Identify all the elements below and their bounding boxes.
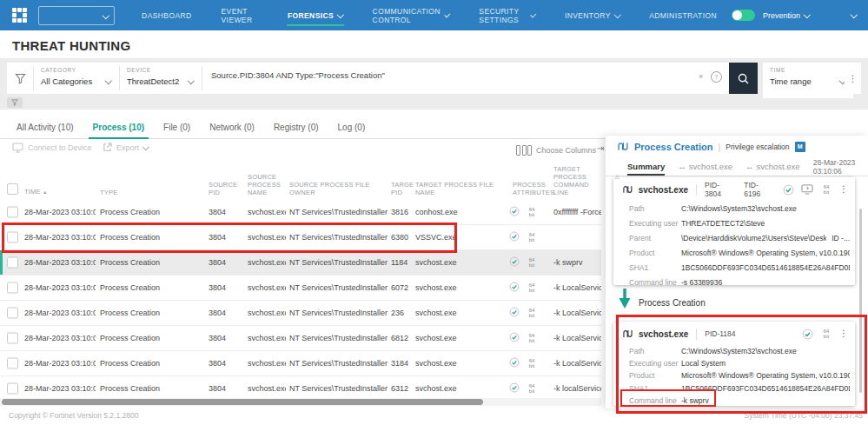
event-detail-panel: Process Creation | Privilege escalation … (606, 136, 868, 408)
query-help-icon[interactable]: ? (711, 71, 722, 83)
search-button[interactable] (729, 63, 758, 94)
table-row[interactable]: 28-Mar-2023 03:10:07Process Creation3804… (0, 301, 601, 326)
row-checkbox[interactable] (7, 232, 18, 243)
cell-source-process-file-owner: NT Services\TrustedInstaller (289, 283, 388, 292)
row-checkbox[interactable] (7, 282, 18, 294)
choose-columns-button[interactable]: Choose Columns (516, 145, 596, 156)
tab-network-0[interactable]: Network (0) (200, 116, 264, 138)
connect-to-device-button[interactable]: Connect to Device (12, 143, 92, 153)
nav-item-inventory[interactable]: INVENTORY (550, 0, 634, 30)
nav-item-label: INVENTORY (565, 11, 611, 20)
row-checkbox[interactable] (7, 383, 18, 395)
tab-log-0[interactable]: Log (0) (328, 116, 375, 138)
collapse-panel-icon[interactable]: ⇥ (597, 143, 604, 153)
tab-file-0[interactable]: File (0) (154, 116, 200, 138)
tab-registry-0[interactable]: Registry (0) (264, 116, 328, 138)
column-header-source-pid[interactable]: SOURCE PID (209, 181, 242, 196)
row-checkbox[interactable] (7, 308, 18, 319)
prevention-toggle[interactable] (732, 10, 755, 21)
column-header-target-pid[interactable]: TARGE PID (391, 181, 417, 196)
nav-item-label: EVENT VIEWER (222, 7, 258, 24)
column-header-type[interactable]: TYPE (100, 189, 195, 196)
panel-scrollbar-thumb[interactable] (859, 209, 862, 393)
row-checkbox[interactable] (7, 358, 18, 369)
nav-item-administration[interactable]: ADMINISTRATION (634, 0, 732, 30)
field-value: -k swprv (681, 396, 850, 405)
field-label: Path (629, 204, 681, 213)
mode-label[interactable]: Prevention (763, 11, 800, 20)
saved-filter-button[interactable] (7, 97, 23, 108)
clear-query-icon[interactable]: × (699, 63, 711, 94)
cell-source-process-name: svchost.exe (248, 334, 286, 342)
table-row[interactable]: 28-Mar-2023 03:10:05Process Creation3804… (0, 225, 601, 250)
export-button[interactable]: Export (103, 143, 149, 152)
nav-item-dashboard[interactable]: DASHBOARD (127, 0, 206, 30)
org-selector-dropdown[interactable] (38, 6, 115, 25)
detail-field-row: PathC:\Windows\System32\svchost.exe (629, 201, 850, 216)
panel-title: Process Creation (634, 142, 712, 152)
column-header-process-attributes[interactable]: PROCESS ATTRIBUTES (513, 181, 553, 196)
panel-tab-svchost-exe[interactable]: ↔svchost.exe (678, 157, 732, 176)
search-query-input[interactable]: Source.PID:3804 AND Type:"Process Creati… (202, 63, 699, 94)
filter-more-button[interactable]: ⋮ (845, 63, 861, 94)
arch-64bit-badge: 64bit (526, 333, 538, 343)
field-value: 1BC5066DDF693FC034D6514618854E26A84FD0D1 (681, 384, 850, 393)
cell-time: 28-Mar-2023 03:10:03 (24, 208, 96, 216)
cell-target-process-file-name: svchost.exe (415, 334, 509, 342)
column-header-target-process-file-name[interactable]: TARGET PROCESS FILE NAME (415, 181, 511, 196)
collapse-card-icon[interactable]: △ (615, 173, 620, 179)
field-label: Parent (629, 234, 681, 242)
collapse-card-icon[interactable]: △ (615, 317, 620, 323)
table-row[interactable]: 28-Mar-2023 03:10:07Process Creation3804… (0, 351, 601, 376)
horizontal-scrollbar-thumb[interactable] (2, 399, 483, 405)
table-row[interactable]: 28-Mar-2023 03:10:07Process Creation3804… (0, 276, 601, 301)
signed-certificate-icon (509, 256, 520, 269)
signed-certificate-icon (509, 231, 520, 243)
chevron-down-icon[interactable] (804, 11, 811, 18)
divider: | (718, 142, 720, 152)
arch-64bit-badge: 64bit (526, 282, 538, 293)
detail-field-row: SHA11BC5066DDF693FC034D6514618854E26A84F… (629, 382, 850, 395)
target-card-header: svchost.exe PID-1184 64bit ⋮ (622, 326, 848, 342)
export-label: Export (116, 143, 139, 152)
detail-field-row: Executing userLocal System (629, 357, 850, 369)
table-row[interactable]: 28-Mar-2023 03:10:07Process Creation3804… (0, 326, 601, 351)
row-checkbox[interactable] (7, 257, 18, 269)
row-checkbox[interactable] (7, 333, 18, 344)
select-all-checkbox[interactable] (7, 183, 18, 195)
choose-columns-label: Choose Columns (536, 146, 596, 155)
tab-process-10[interactable]: Process (10) (83, 116, 154, 138)
chevron-down-icon (531, 11, 536, 17)
chevron-down-icon (102, 11, 109, 18)
column-header-target-process-command-line[interactable]: TARGET PROCESS COMMAND LINE (553, 165, 602, 196)
nav-item-event-viewer[interactable]: EVENT VIEWER (207, 0, 273, 30)
table-row[interactable]: 28-Mar-2023 03:10:03Process Creation3804… (0, 200, 601, 225)
filter-funnel-icon[interactable] (7, 63, 33, 94)
panel-tab-svchost-exe[interactable]: ↔svchost.exe (745, 157, 800, 176)
user-menu-chevron-icon[interactable] (850, 11, 857, 18)
field-value: C:\Windows\System32\svchost.exe (681, 204, 850, 213)
tab-all-activity-10[interactable]: All Activity (10) (7, 116, 83, 138)
row-checkbox[interactable] (7, 207, 18, 218)
cell-source-pid: 3804 (209, 283, 242, 292)
device-selector[interactable]: DEVICE ThreatDetect2 (120, 63, 202, 94)
column-header-source-process-name[interactable]: SOURCE PROCESS NAME (248, 173, 286, 196)
detail-field-row: PathC:\Windows\System32\svchost.exe (629, 345, 850, 357)
time-range-selector[interactable]: TIME Time range (763, 63, 853, 98)
table-row[interactable]: 28-Mar-2023 03:10:06Process Creation3804… (0, 250, 601, 276)
card-menu-icon[interactable]: ⋮ (839, 185, 848, 194)
cell-target-pid: 236 (391, 309, 414, 317)
column-header-time[interactable]: TIME ▲ (24, 188, 94, 196)
nav-item-security-settings[interactable]: SECURITY SETTINGS (464, 0, 550, 30)
cell-type: Process Creation (100, 233, 197, 242)
classification-label: Privilege escalation (726, 143, 789, 151)
mitre-badge[interactable]: M (795, 142, 805, 152)
cell-source-process-name: svchost.exe (248, 258, 286, 267)
category-selector[interactable]: CATEGORY All Categories (34, 63, 119, 94)
card-menu-icon[interactable]: ⋮ (839, 329, 848, 338)
column-header-source-process-file-owner[interactable]: SOURCE PROCESS FILE OWNER (289, 181, 394, 196)
monitor-icon (12, 143, 23, 153)
nav-item-communication-control[interactable]: COMMUNICATION CONTROL (358, 0, 465, 30)
nav-item-forensics[interactable]: FORENSICS (273, 0, 358, 30)
panel-tab-summary[interactable]: Summary (627, 157, 665, 176)
